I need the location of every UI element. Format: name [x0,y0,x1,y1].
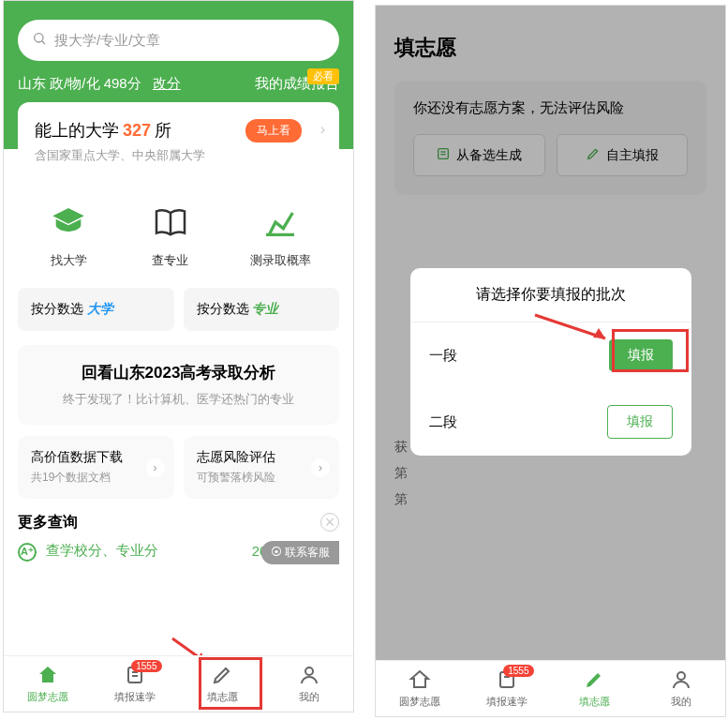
fill-button-2[interactable]: 填报 [607,405,673,439]
tab-bar: 圆梦志愿 1555 填报速学 填志愿 我的 [376,660,725,716]
book-icon [148,200,193,245]
a-plus-icon: A⁺ [18,543,37,562]
chevron-right-icon: › [146,458,165,477]
tab-profile[interactable]: 我的 [638,661,725,716]
university-card[interactable]: 能上的大学 327 所 含国家重点大学、中央部属大学 马上看 › [18,102,339,181]
tab-profile[interactable]: 我的 [266,656,353,712]
search-icon [32,31,47,50]
tab-learn[interactable]: 1555 填报速学 [91,656,178,712]
score-select-row: 按分数选 大学 按分数选 专业 [18,288,339,331]
more-title: 更多查询 [18,513,339,532]
batch-row-2: 二段 填报 [410,388,691,456]
nav-probability[interactable]: 测录取概率 [250,200,311,269]
count: 327 [123,121,151,141]
analysis-sub: 终于发现了！比计算机、医学还热门的专业 [35,391,322,408]
download-card[interactable]: 高价值数据下载 共19个数据文档 › [18,436,174,499]
svg-point-6 [305,668,313,675]
badge-count: 1555 [503,665,533,677]
score-row: 山东 政/物/化 498分 改分 我的成绩报告 [18,75,339,93]
edit-icon [583,668,605,693]
tab-bar: 圆梦志愿 1555 填报速学 填志愿 我的 [4,655,353,712]
graduation-cap-icon [46,200,91,245]
score-text: 山东 政/物/化 498分 [18,75,141,91]
contact-support-button[interactable]: ⦿ 联系客服 [261,541,339,564]
annotation-highlight [199,657,262,710]
svg-line-1 [42,41,45,44]
home-icon [37,664,59,688]
close-icon[interactable]: × [320,513,339,532]
badge-count: 1555 [131,660,161,672]
search-placeholder: 搜大学/专业/文章 [54,32,160,50]
svg-point-12 [677,672,685,680]
tab-learn[interactable]: 1555 填报速学 [463,661,550,716]
screen-left: 搜大学/专业/文章 必看 山东 政/物/化 498分 改分 我的成绩报告 能上的… [3,0,354,712]
annotation-arrow [526,306,619,352]
annotation-highlight [612,329,689,372]
tab-fill[interactable]: 填志愿 [551,661,638,716]
look-now-button[interactable]: 马上看 [245,119,302,142]
select-university-by-score[interactable]: 按分数选 大学 [18,288,174,331]
nav-icons: 找大学 查专业 测录取概率 [18,200,339,269]
batch-label: 二段 [429,413,457,431]
must-see-badge: 必看 [307,68,339,84]
chart-icon [258,200,303,245]
chevron-right-icon: › [320,121,325,138]
screen-right: 填志愿 你还没有志愿方案，无法评估风险 从备选生成 自主填报 获 第 第 请选择… [375,5,726,717]
analysis-title: 回看山东2023高考录取分析 [35,362,322,383]
card-subtitle: 含国家重点大学、中央部属大学 [35,147,322,164]
svg-point-0 [35,34,43,42]
more-section: 更多查询 × ⦿ 联系客服 [18,513,339,532]
user-icon [298,664,320,688]
tab-home[interactable]: 圆梦志愿 [376,661,463,716]
home-icon [409,668,431,693]
user-icon [670,668,692,693]
tab-home[interactable]: 圆梦志愿 [4,656,91,712]
nav-find-major[interactable]: 查专业 [148,200,193,269]
nav-find-university[interactable]: 找大学 [46,200,91,269]
headset-icon: ⦿ [271,546,282,559]
feature-cards: 高价值数据下载 共19个数据文档 › 志愿风险评估 可预警落榜风险 › [18,436,339,499]
batch-label: 一段 [429,347,457,365]
chevron-right-icon: › [311,458,330,477]
select-major-by-score[interactable]: 按分数选 专业 [184,288,340,331]
change-score-link[interactable]: 改分 [153,75,181,91]
search-input[interactable]: 搜大学/专业/文章 [18,20,339,61]
risk-card[interactable]: 志愿风险评估 可预警落榜风险 › [184,436,340,499]
analysis-card[interactable]: 回看山东2023高考录取分析 终于发现了！比计算机、医学还热门的专业 [18,345,339,425]
